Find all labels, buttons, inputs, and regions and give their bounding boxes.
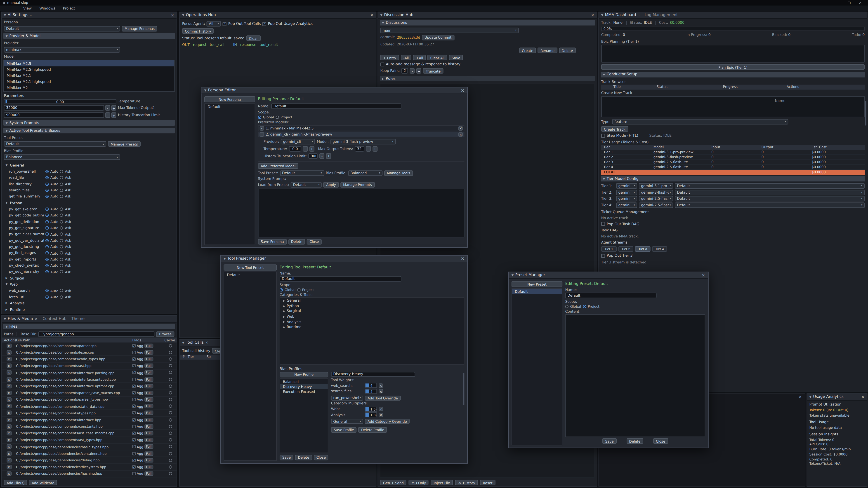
weight-input[interactable]: 4 — [365, 389, 377, 394]
scope-project-radio[interactable] — [583, 305, 586, 308]
remove-file-button[interactable]: x — [6, 350, 11, 355]
history-truncation-input[interactable] — [308, 153, 318, 159]
footer-action-button[interactable]: Inject File — [431, 480, 453, 485]
tier-preset-select[interactable]: Default ▾ — [675, 183, 865, 189]
menu-item[interactable]: View — [23, 6, 32, 11]
add-wildcard-button[interactable]: Add Wildcard — [29, 480, 57, 485]
category-override-select[interactable]: General ▾ — [331, 419, 363, 424]
tool-tree-row[interactable]: run_powershell Auto Ask — [2, 168, 177, 175]
minimize-button[interactable]: – — [834, 0, 842, 5]
close-icon[interactable]: × — [461, 88, 464, 93]
add-category-override-button[interactable]: Add Category Override — [365, 419, 410, 424]
full-button[interactable]: Full — [145, 411, 153, 415]
tool-tree-row[interactable]: py_get_skeleton Auto Ask — [2, 206, 177, 213]
remove-file-button[interactable]: x — [6, 418, 11, 422]
add-preferred-model-button[interactable]: Add Preferred Model — [258, 163, 298, 168]
agg-checkbox[interactable]: ✓ — [132, 398, 135, 401]
popout-icon[interactable]: ⌕ — [638, 13, 640, 17]
decrement-button[interactable]: - — [410, 68, 415, 74]
bias-profile-select[interactable]: Balanced ▾ — [348, 170, 382, 176]
agg-checkbox[interactable]: ✓ — [132, 391, 135, 394]
menu-item[interactable]: Windows — [39, 6, 55, 11]
chevron-down-icon[interactable]: ▼ — [4, 317, 6, 321]
base-dir-input[interactable] — [38, 331, 155, 337]
ask-radio[interactable] — [60, 214, 63, 217]
scope-global-radio[interactable] — [258, 116, 261, 119]
model-list-item[interactable]: MiniMax-M2.1-highspeed — [4, 79, 174, 85]
cache-indicator[interactable] — [169, 438, 172, 442]
footer-action-button[interactable]: -> History — [455, 480, 478, 485]
preset-list-item[interactable]: Default — [512, 289, 562, 294]
agg-checkbox[interactable]: ✓ — [132, 418, 135, 422]
agg-checkbox[interactable]: ✓ — [132, 459, 135, 462]
agg-checkbox[interactable]: ✓ — [132, 357, 135, 361]
persona-name-input[interactable] — [271, 103, 401, 109]
decrement-button[interactable]: - — [319, 153, 324, 159]
increment-button[interactable]: + — [309, 146, 314, 151]
cache-indicator[interactable] — [169, 452, 172, 455]
browse-button[interactable]: Browse — [156, 331, 175, 337]
apply-button[interactable]: Apply — [323, 182, 339, 187]
tier-model-select[interactable]: gemini-3.1-pro-preview ▾ — [639, 183, 673, 189]
cache-indicator[interactable] — [169, 378, 172, 381]
ask-radio[interactable] — [60, 258, 63, 261]
tier-provider-select[interactable]: gemini ▾ — [616, 190, 637, 195]
footer-action-button[interactable]: MD Only — [409, 480, 429, 485]
clear-status-button[interactable]: Clear — [246, 35, 260, 41]
ask-radio[interactable] — [60, 295, 63, 299]
category-row[interactable]: ▶ Runtime — [280, 324, 464, 330]
decrement-button[interactable]: - — [303, 146, 308, 151]
full-button[interactable]: Full — [145, 471, 153, 476]
pop-out-task-dag-checkbox[interactable]: ✓ — [601, 222, 605, 226]
footer-action-button[interactable]: Gen + Send — [380, 480, 406, 485]
increment-button[interactable]: + — [111, 105, 116, 111]
pop-out-tool-calls-checkbox[interactable]: ✓ — [223, 22, 226, 26]
load-from-preset-select[interactable]: Default ▾ — [291, 182, 322, 187]
auto-radio[interactable] — [45, 220, 49, 223]
preferred-model-select[interactable]: gemini-3-flash-preview ▾ — [330, 139, 396, 144]
cache-indicator[interactable] — [169, 459, 172, 462]
remove-file-button[interactable]: x — [6, 384, 11, 388]
auto-radio[interactable] — [45, 295, 49, 299]
delete-profile-button[interactable]: Delete Profile — [358, 427, 387, 432]
auto-radio[interactable] — [45, 176, 49, 180]
manage-presets-button[interactable]: Manage Presets — [108, 141, 141, 147]
decrement-button[interactable]: - — [366, 146, 371, 151]
full-button[interactable]: Full — [145, 431, 153, 435]
ask-radio[interactable] — [60, 195, 63, 198]
drag-handle[interactable]: - — [260, 126, 264, 130]
epic-planning-textarea[interactable] — [601, 45, 865, 62]
rename-discussion-button[interactable]: Rename — [538, 48, 557, 53]
agg-checkbox[interactable]: ✓ — [132, 378, 135, 381]
remove-file-button[interactable]: x — [6, 445, 11, 449]
agg-checkbox[interactable]: ✓ — [132, 431, 135, 435]
delete-button[interactable]: Delete — [626, 438, 643, 444]
close-icon[interactable]: × — [205, 341, 208, 345]
section-discussions[interactable]: ▼ Discussions — [380, 20, 595, 25]
bias-profile-select[interactable]: Balanced ▾ — [4, 155, 120, 160]
ask-radio[interactable] — [60, 170, 63, 173]
chevron-down-icon[interactable]: ▼ — [512, 273, 514, 277]
expand-all-button[interactable]: +All — [413, 55, 426, 60]
chevron-down-icon[interactable]: ▼ — [601, 13, 603, 17]
model-list-item[interactable]: MiniMax-M2.5 — [4, 60, 174, 66]
track-name-input[interactable]: Name — [601, 96, 865, 117]
section-provider-model[interactable]: ▼ Provider & Model — [3, 33, 175, 39]
menu-item[interactable]: Project — [63, 6, 75, 11]
cache-indicator[interactable] — [169, 391, 172, 394]
tool-tree-row[interactable]: py_get_class_summary Auto Ask — [2, 231, 177, 237]
remove-file-button[interactable]: x — [6, 431, 11, 435]
max-output-tokens-input[interactable] — [355, 146, 364, 151]
cache-indicator[interactable] — [169, 351, 172, 354]
tool-tree-row[interactable]: web_search Auto Ask — [2, 288, 177, 294]
model-list-item[interactable]: MiniMax-M2.5-highspeed — [4, 66, 174, 72]
agg-checkbox[interactable]: ✓ — [132, 351, 135, 354]
remove-file-button[interactable]: x — [6, 377, 11, 382]
maximize-button[interactable]: ▢ — [845, 0, 854, 5]
full-button[interactable]: Full — [145, 344, 153, 348]
cache-indicator[interactable] — [169, 431, 172, 435]
close-icon[interactable]: × — [35, 317, 37, 321]
close-icon[interactable]: × — [591, 13, 594, 18]
popout-icon[interactable]: ⌕ — [30, 13, 32, 17]
tool-tree-row[interactable]: ▼ Web Auto Ask — [2, 281, 177, 288]
